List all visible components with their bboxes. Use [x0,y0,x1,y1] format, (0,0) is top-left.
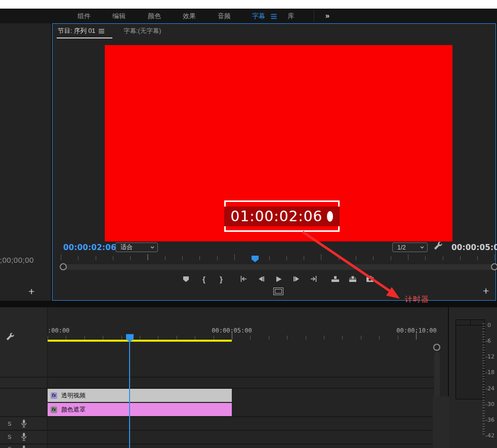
db-label: -18 [485,369,494,376]
monitor-playhead-marker[interactable] [252,256,259,262]
timecode-cursor-oval [327,211,333,222]
video-preview-frame[interactable]: 01:00:02:06 [105,45,452,241]
export-frame-camera-icon[interactable] [364,273,376,285]
workspace-tab-effects[interactable]: 效果 [183,9,196,23]
go-to-out-icon[interactable] [308,273,320,285]
db-label: -36 [485,417,494,423]
timeline-vscroll-knob[interactable] [433,344,440,351]
playhead-timecode[interactable]: 00:00:02:06 [63,243,116,252]
db-label: -42 [485,432,494,439]
timecode-overlay-inner: 01:00:02:06 [224,207,340,226]
resolution-value: 1/2 [397,244,406,251]
audio1-record-mic-icon[interactable] [20,419,27,428]
mark-out-icon[interactable]: } [215,273,227,285]
mark-in-icon[interactable]: { [198,273,210,285]
audio2-record-mic-icon[interactable] [20,432,27,441]
gutter-add-button[interactable]: + [28,286,34,298]
tab-captions[interactable]: 字幕:(无字幕) [123,27,161,35]
annotation-timer-label: 计时器 [405,295,429,304]
scrollbar-left-knob[interactable] [60,263,67,270]
ruler-label-end: 00:00:10:00 [396,327,436,334]
program-monitor-panel: 节目: 序列 01 字幕:(无字幕) 01:00:02:06 00:00:02:… [52,23,496,301]
track-divider [0,377,434,378]
workspace-tab-audio[interactable]: 音频 [218,9,231,23]
workspace-tab-libraries[interactable]: 库 [288,9,295,23]
timecode-overlay-box: 01:00:02:06 [224,200,340,232]
audio1-solo-button[interactable]: S [8,421,11,427]
audio-meter-panel: 0 -6 -12 -18 -24 -30 -36 -42 [449,307,497,448]
top-window-strip [0,0,497,9]
monitor-mini-ruler-major-ticks [61,254,495,260]
timeline-panel: :00:00 00:00:05:00 00:00:10:00 fx 透明视频 f… [0,307,448,448]
track-divider [0,416,434,417]
chevron-down-icon [420,246,424,249]
clip-label: 颜色遮罩 [61,405,86,414]
monitor-add-button[interactable]: + [483,285,489,297]
zoom-level-select[interactable]: 适合 [115,242,158,252]
db-scale-ticks [482,323,485,436]
clip-label: 透明视频 [61,391,86,400]
timeline-vscroll-track[interactable] [434,352,440,400]
clip-color-matte[interactable]: fx 颜色遮罩 [48,403,232,416]
db-label: -30 [485,401,494,408]
play-button-icon[interactable] [272,273,284,285]
panel-menu-icon[interactable] [99,29,104,33]
captions-tab-label: 字幕:(无字幕) [123,27,161,35]
db-label: 0 [487,322,491,329]
workspace-tab-assembly[interactable]: 组件 [77,9,91,23]
clip-transparent-video[interactable]: fx 透明视频 [48,389,232,402]
overlay-timecode-text: 01:00:02:06 [231,208,323,225]
work-area-bar[interactable] [48,340,232,342]
hamburger-icon[interactable] [271,9,277,24]
go-to-in-icon[interactable] [237,273,250,285]
track-divider [0,443,434,444]
add-marker-icon[interactable] [180,273,192,285]
extract-icon[interactable] [347,273,359,285]
db-label: -24 [485,385,494,392]
db-label: -12 [485,353,494,360]
timeline-playhead-line[interactable] [129,334,130,448]
audio3-solo-button[interactable]: S [8,446,11,448]
step-forward-icon[interactable] [290,273,302,285]
ruler-major-tick-5s [232,331,232,340]
db-label: -6 [485,338,491,344]
safe-margins-inner-rect [275,289,282,294]
timeline-ruler[interactable] [48,336,434,340]
menubar-divider [314,10,314,22]
workspace-overflow-button[interactable]: » [325,9,329,23]
left-gutter-panel: 0;00;00;00 + [0,23,51,301]
workspace-tab-editing[interactable]: 编辑 [112,9,126,23]
timeline-wrench-icon[interactable] [6,332,15,341]
audio3-record-mic-icon[interactable] [20,445,27,448]
scrollbar-right-knob[interactable] [491,263,497,270]
program-tab-label: 节目: 序列 01 [58,27,95,35]
playback-resolution-select[interactable]: 1/2 [392,242,428,252]
settings-wrench-icon[interactable] [433,241,443,251]
lift-icon[interactable] [329,273,341,285]
fx-badge-icon[interactable]: fx [51,392,57,399]
audio-meter-bars[interactable] [455,319,485,399]
track-divider [0,430,434,431]
audio2-solo-button[interactable]: S [8,434,11,440]
workspace-tab-color[interactable]: 颜色 [148,9,161,23]
safe-margins-button[interactable] [273,288,283,295]
tab-program-sequence[interactable]: 节目: 序列 01 [58,27,104,35]
workspace-tab-captions[interactable]: 字幕 [252,9,265,23]
gutter-timecode: 0;00;00;00 [0,256,34,264]
zoom-level-value: 适合 [120,243,133,252]
ruler-major-tick-10s [416,331,417,340]
step-back-icon[interactable] [255,273,267,285]
audio-meter-channel-divider [470,320,471,325]
fx-badge-icon[interactable]: fx [51,406,57,413]
out-point-timecode[interactable]: 00:00:05:00 [451,243,497,252]
ruler-label-start: :00:00 [48,327,69,334]
monitor-horizontal-scrollbar[interactable] [61,264,495,270]
chevron-down-icon [150,246,154,249]
workspace-bar: 组件 编辑 颜色 效果 音频 字幕 库 » [0,9,497,24]
active-tab-underline [57,37,112,38]
premiere-app-window: 组件 编辑 颜色 效果 音频 字幕 库 » 0;00;00;00 + 节目: 序… [0,0,497,448]
